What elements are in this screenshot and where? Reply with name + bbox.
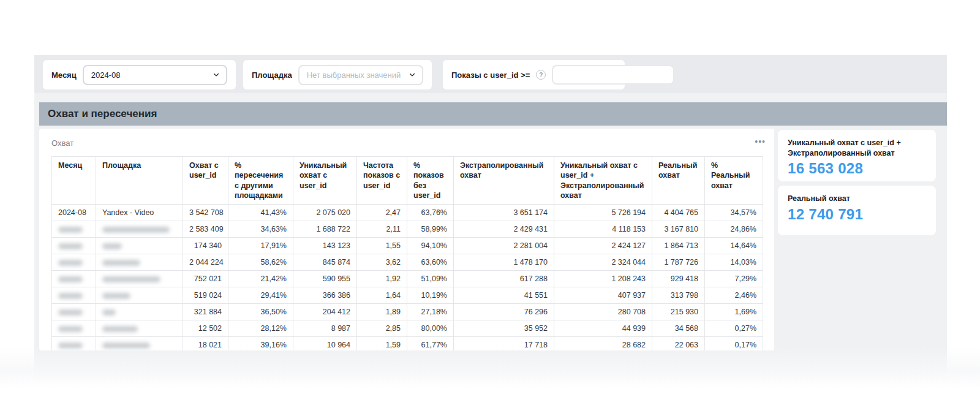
month-cell: 2024-08	[52, 205, 96, 221]
month-cell	[52, 337, 96, 351]
value-cell: 752 021	[183, 271, 228, 287]
column-header[interactable]: % показов без user_id	[407, 157, 454, 205]
value-cell: 590 955	[293, 271, 357, 287]
value-cell: 2,85	[357, 320, 407, 337]
value-cell: 44 939	[554, 320, 652, 337]
column-header[interactable]: % пересечения с другими площадками	[228, 157, 293, 205]
value-cell: 51,09%	[407, 271, 454, 287]
value-cell: 3,62	[357, 254, 407, 271]
value-cell: 34 568	[652, 320, 705, 337]
column-header[interactable]: Реальный охват	[652, 157, 705, 205]
impressions-filter-label: Показы с user_id >=	[451, 70, 530, 80]
column-header[interactable]: % Реальный охват	[705, 157, 763, 205]
section-title: Охват и пересечения	[48, 108, 157, 120]
platform-filter-card: Площадка Нет выбранных значений	[243, 60, 432, 89]
value-cell: 1 864 713	[652, 238, 705, 254]
platform-filter-select[interactable]: Нет выбранных значений	[298, 65, 423, 85]
month-filter-select[interactable]: 2024-08	[83, 65, 227, 85]
value-cell: 22 063	[652, 337, 705, 351]
table-row: 752 02121,42%590 9551,9251,09%617 2881 2…	[52, 271, 763, 287]
section-header: Охват и пересечения	[39, 102, 947, 126]
redacted-value	[102, 260, 140, 266]
kpi-value: 12 740 791	[788, 206, 926, 223]
value-cell: 2 324 044	[554, 254, 652, 271]
value-cell: 63,60%	[407, 254, 454, 271]
column-header[interactable]: Частота показов с user_id	[357, 157, 407, 205]
value-cell: 28,12%	[228, 320, 293, 337]
impressions-filter-input[interactable]	[552, 65, 674, 85]
month-filter-label: Месяц	[51, 70, 77, 80]
chevron-down-icon	[409, 71, 416, 78]
value-cell: 215 930	[652, 304, 705, 320]
table-row: 321 88436,50%204 4121,8927,18%76 296280 …	[52, 304, 763, 320]
platform-cell	[96, 238, 183, 254]
value-cell: 2 075 020	[293, 205, 357, 221]
value-cell: 28 682	[554, 337, 652, 351]
redacted-value	[102, 309, 116, 316]
column-header[interactable]: Экстраполированный охват	[454, 157, 554, 205]
redacted-value	[58, 260, 83, 266]
table-row: 18 02139,16%10 9641,5961,77%17 71828 682…	[52, 337, 763, 351]
redacted-value	[58, 276, 83, 282]
reach-table: МесяцПлощадкаОхват с user_id% пересечени…	[51, 156, 763, 350]
value-cell: 2 583 409	[183, 221, 228, 238]
ellipsis-menu-icon[interactable]: •••	[755, 137, 766, 146]
redacted-value	[102, 326, 138, 332]
value-cell: 39,16%	[228, 337, 293, 351]
value-cell: 2,46%	[705, 287, 763, 304]
month-filter-value: 2024-08	[91, 70, 121, 80]
question-circle-icon[interactable]: ?	[536, 70, 546, 80]
column-header[interactable]: Уникальный охват с user_id + Экстраполир…	[554, 157, 652, 205]
value-cell: 174 340	[183, 238, 228, 254]
value-cell: 3 167 810	[652, 221, 705, 238]
kpi-label: Уникальный охват с user_id + Экстраполир…	[788, 138, 926, 158]
value-cell: 27,18%	[407, 304, 454, 320]
month-cell	[52, 304, 96, 320]
platform-cell	[96, 254, 183, 271]
month-cell	[52, 254, 96, 271]
month-filter-card: Месяц 2024-08	[43, 60, 236, 89]
redacted-value	[58, 293, 83, 299]
redacted-value	[102, 243, 122, 249]
column-header[interactable]: Уникальный охват с user_id	[293, 157, 357, 205]
value-cell: 929 418	[652, 271, 705, 287]
value-cell: 1 208 243	[554, 271, 652, 287]
value-cell: 24,86%	[705, 221, 763, 238]
value-cell: 2 429 431	[454, 221, 554, 238]
kpi-card-extrapolated-reach: Уникальный охват с user_id + Экстраполир…	[778, 130, 936, 181]
impressions-filter-card: Показы с user_id >= ?	[443, 60, 625, 89]
value-cell: 14,64%	[705, 238, 763, 254]
value-cell: 2,11	[357, 221, 407, 238]
value-cell: 12 502	[183, 320, 228, 337]
kpi-value: 16 563 028	[788, 160, 926, 177]
redacted-value	[58, 227, 83, 233]
kpi-label: Реальный охват	[788, 194, 926, 204]
month-cell	[52, 221, 96, 238]
column-header[interactable]: Месяц	[52, 157, 96, 205]
month-cell	[52, 320, 96, 337]
value-cell: 58,99%	[407, 221, 454, 238]
month-cell	[52, 287, 96, 304]
value-cell: 1,89	[357, 304, 407, 320]
platform-cell	[96, 304, 183, 320]
value-cell: 34,63%	[228, 221, 293, 238]
column-header[interactable]: Площадка	[96, 157, 183, 205]
redacted-value	[102, 343, 150, 349]
value-cell: 1,59	[357, 337, 407, 351]
value-cell: 61,77%	[407, 337, 454, 351]
value-cell: 18 021	[183, 337, 228, 351]
table-row: 519 02429,41%366 3861,6410,19%41 551407 …	[52, 287, 763, 304]
value-cell: 313 798	[652, 287, 705, 304]
reach-table-widget: Охват ••• МесяцПлощадкаОхват с user_id% …	[39, 129, 774, 350]
redacted-value	[102, 293, 130, 299]
value-cell: 7,29%	[705, 271, 763, 287]
redacted-value	[58, 343, 83, 349]
value-cell: 321 884	[183, 304, 228, 320]
table-head-row: МесяцПлощадкаОхват с user_id% пересечени…	[52, 157, 763, 205]
value-cell: 845 874	[293, 254, 357, 271]
platform-cell	[96, 271, 183, 287]
month-cell	[52, 271, 96, 287]
value-cell: 58,62%	[228, 254, 293, 271]
value-cell: 1,64	[357, 287, 407, 304]
column-header[interactable]: Охват с user_id	[183, 157, 228, 205]
